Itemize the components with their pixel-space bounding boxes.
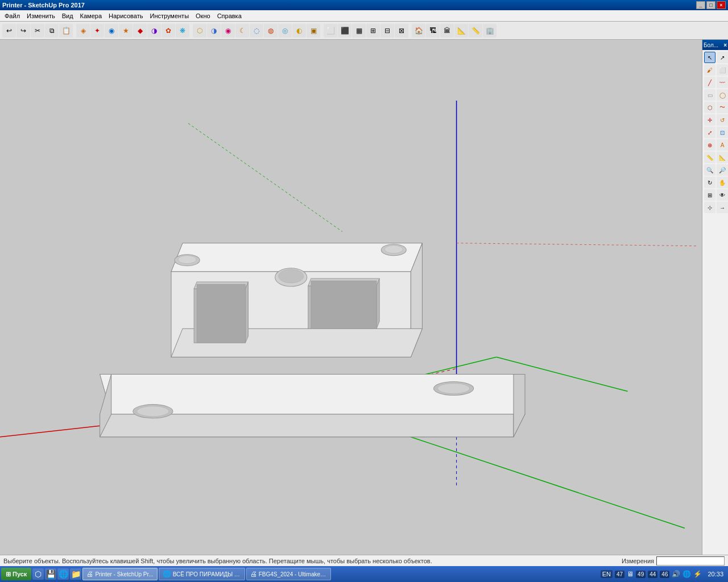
panel-tool-erase[interactable]: ⬜ (717, 64, 728, 76)
taskbar-num1: 47 (615, 571, 624, 578)
toolbar-t9[interactable]: ⬡ (193, 24, 206, 38)
maximize-button[interactable]: □ (706, 1, 715, 9)
toolbar-t4[interactable]: ★ (119, 24, 133, 38)
panel-tool-followme[interactable]: A (717, 139, 728, 151)
minimize-button[interactable]: _ (696, 1, 705, 9)
toolbar-t22[interactable]: ⊟ (380, 24, 394, 38)
panel-tool-arc[interactable]: 〰 (717, 77, 728, 88)
toolbar-t15[interactable]: ◎ (278, 24, 292, 38)
taskbar-icon-monitor[interactable]: 🖥 (627, 570, 634, 578)
panel-tool-rotate[interactable]: ↺ (717, 114, 728, 126)
taskbar-network-icon[interactable]: 🌐 (682, 570, 691, 578)
toolbar-t13[interactable]: ◌ (250, 24, 263, 38)
toolbar-t17[interactable]: ▣ (307, 24, 320, 38)
toolbar-t3[interactable]: ◉ (105, 24, 118, 38)
taskbar-browser-label: ВСЁ ПРО ПИРАМИДЫ А... (173, 571, 241, 577)
panel-header: Бол... × (702, 40, 728, 50)
status-message: Выберите объекты. Воспользуйтесь клавише… (3, 558, 432, 564)
start-button[interactable]: ⊞ Пуск (1, 568, 31, 580)
panel-tool-walk[interactable]: 👁 (717, 189, 728, 201)
svg-marker-23 (197, 284, 245, 343)
toolbar-t19[interactable]: ⬛ (338, 24, 351, 38)
taskbar-ultimaker-icon: 🖨 (250, 570, 257, 578)
toolbar-camera3[interactable]: 🏛 (440, 24, 454, 38)
panel-tool-zoom[interactable]: 🔍 (704, 164, 715, 176)
toolbar-t6[interactable]: ◑ (147, 24, 161, 38)
toolbar-t12[interactable]: ☾ (235, 24, 249, 38)
taskbar-ultimaker-label: FBG4S_2024 - Ultimaker ... (259, 571, 327, 577)
title-bar: Printer - SketchUp Pro 2017 _ □ × (0, 0, 728, 10)
panel-close-button[interactable]: × (723, 42, 727, 48)
toolbar-redo[interactable]: ↪ (16, 24, 30, 38)
measurements-input[interactable] (656, 556, 725, 566)
toolbar-camera1[interactable]: 🏠 (412, 24, 425, 38)
toolbar-t16[interactable]: ◐ (292, 24, 306, 38)
toolbar-t1[interactable]: ◈ (76, 24, 90, 38)
panel-tool-paint[interactable]: 🖌 (704, 64, 715, 76)
toolbar-camera4[interactable]: 📐 (454, 24, 468, 38)
panel-tool-position[interactable]: ⊹ (704, 202, 715, 213)
taskbar-num2: 49 (636, 571, 646, 578)
toolbar-undo[interactable]: ↩ (2, 24, 16, 38)
toolbar-paste[interactable]: 📋 (59, 24, 73, 38)
toolbar-camera5[interactable]: 📏 (469, 24, 482, 38)
panel-tool-scale[interactable]: ⤢ (704, 127, 715, 138)
taskbar-sketchup-icon: 🖨 (86, 570, 93, 578)
panel-tool-circle[interactable]: ◯ (717, 89, 728, 101)
panel-tool-line[interactable]: ╱ (704, 77, 715, 88)
menu-draw[interactable]: Нарисовать (105, 11, 146, 20)
taskbar-quick4[interactable]: 📁 (70, 568, 81, 580)
toolbar-t2[interactable]: ✦ (90, 24, 104, 38)
taskbar-quick1[interactable]: ⬡ (32, 568, 44, 580)
panel-tool-select2[interactable]: ↗ (717, 52, 728, 63)
menu-tools[interactable]: Инструменты (146, 11, 192, 20)
menu-edit[interactable]: Изменить (23, 11, 59, 20)
taskbar-quick3[interactable]: 🌐 (57, 568, 69, 580)
toolbar-copy[interactable]: ⧉ (45, 24, 59, 38)
toolbar-camera2[interactable]: 🏗 (426, 24, 440, 38)
menu-file[interactable]: Файл (1, 11, 23, 20)
taskbar-battery-icon[interactable]: ⚡ (693, 570, 702, 578)
toolbar-t14[interactable]: ◍ (264, 24, 278, 38)
svg-point-13 (137, 406, 169, 417)
taskbar-ultimaker[interactable]: 🖨 FBG4S_2024 - Ultimaker ... (246, 568, 331, 580)
toolbar-cut[interactable]: ✂ (31, 24, 44, 38)
menu-camera[interactable]: Камера (77, 11, 105, 20)
panel-tool-move[interactable]: ✛ (704, 114, 715, 126)
menu-window[interactable]: Окно (192, 11, 214, 20)
close-button[interactable]: × (717, 1, 726, 9)
toolbar-t5[interactable]: ◆ (133, 24, 147, 38)
panel-tool-section[interactable]: ⊞ (704, 189, 715, 201)
panel-tool-pushpull[interactable]: ⊕ (704, 139, 715, 151)
toolbar-t20[interactable]: ▦ (352, 24, 366, 38)
panel-tool-freehand[interactable]: 〜 (717, 102, 728, 113)
toolbar-t23[interactable]: ⊠ (395, 24, 408, 38)
toolbar-camera6[interactable]: 🏢 (483, 24, 497, 38)
canvas-area[interactable] (0, 40, 702, 555)
taskbar-browser[interactable]: 🌐 ВСЁ ПРО ПИРАМИДЫ А... (159, 568, 245, 580)
toolbar-t11[interactable]: ◉ (221, 24, 235, 38)
panel-tool-pan[interactable]: ✋ (717, 177, 728, 188)
menu-view[interactable]: Вид (59, 11, 77, 20)
panel-tool-lookat[interactable]: → (717, 202, 728, 213)
menu-help[interactable]: Справка (214, 11, 245, 20)
panel-tool-protractor[interactable]: 📐 (717, 152, 728, 163)
taskbar-quick2[interactable]: 💾 (45, 568, 56, 580)
panel-tool-rect[interactable]: ▭ (704, 89, 715, 101)
toolbar-t21[interactable]: ⊞ (366, 24, 380, 38)
panel-tool-select[interactable]: ↖ (704, 52, 715, 63)
toolbar-t18[interactable]: ⬜ (324, 24, 337, 38)
panel-tool-poly[interactable]: ⬡ (704, 102, 715, 113)
toolbar-t8[interactable]: ❋ (176, 24, 189, 38)
panel-tool-zoomall[interactable]: 🔎 (717, 164, 728, 176)
taskbar-sound-icon[interactable]: 🔊 (672, 570, 680, 578)
panel-tools: ↖ ↗ 🖌 ⬜ ╱ 〰 ▭ ◯ ⬡ 〜 ✛ ↺ ⤢ ⊡ ⊕ A 📏 📐 (702, 50, 728, 215)
toolbar-t7[interactable]: ✿ (162, 24, 175, 38)
toolbar-t10[interactable]: ◑ (207, 24, 221, 38)
menu-bar: Файл Изменить Вид Камера Нарисовать Инст… (0, 10, 728, 22)
panel-tool-tape[interactable]: 📏 (704, 152, 715, 163)
taskbar-sketchup[interactable]: 🖨 Printer - SketchUp Pr... (82, 568, 157, 580)
taskbar-tray: EN 47 🖥 49 44 46 🔊 🌐 ⚡ 20:33 (601, 570, 727, 578)
panel-tool-orbit[interactable]: ↻ (704, 177, 715, 188)
panel-tool-offset[interactable]: ⊡ (717, 127, 728, 138)
